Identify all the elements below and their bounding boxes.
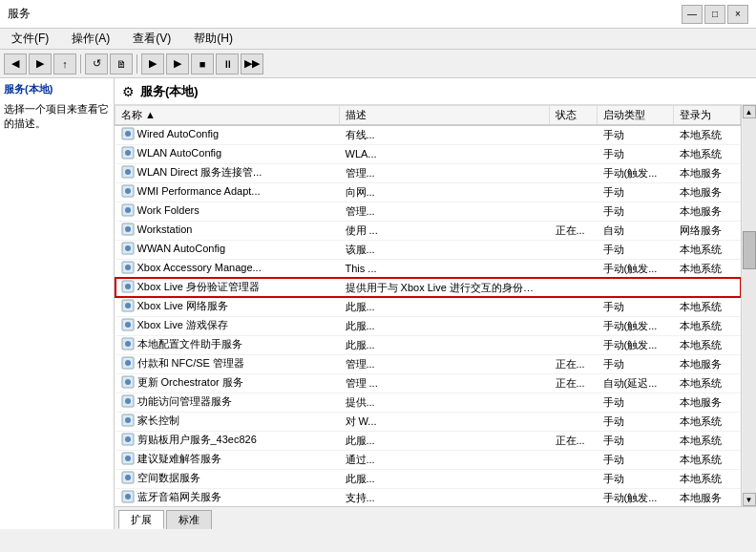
service-startup: 手动 <box>598 431 674 450</box>
tab-standard[interactable]: 标准 <box>166 510 212 529</box>
service-logon: 本地服务 <box>674 202 741 221</box>
table-row[interactable]: 本地配置文件助手服务 此服...手动(触发...本地系统 <box>116 335 741 354</box>
service-name: 空间数据服务 <box>137 471 200 485</box>
table-row[interactable]: WWAN AutoConfig 该服...手动本地系统 <box>116 240 741 259</box>
service-status <box>550 412 598 431</box>
table-row[interactable]: WLAN AutoConfig WLA...手动本地系统 <box>116 144 741 163</box>
scroll-thumb[interactable] <box>743 231 756 269</box>
service-logon: 本地系统 <box>674 412 741 431</box>
service-startup: 手动 <box>598 182 674 202</box>
col-header-status[interactable]: 状态 <box>550 106 598 126</box>
service-logon: 本地系统 <box>674 125 741 144</box>
service-desc: 此服... <box>340 469 550 488</box>
service-status: 正在... <box>550 221 598 240</box>
table-row[interactable]: 家长控制 对 W...手动本地系统 <box>116 412 741 431</box>
toolbar-pause[interactable]: ⏸ <box>216 53 239 74</box>
table-row[interactable]: Xbox Live 身份验证管理器 提供用于与 Xbox Live 进行交互的身… <box>116 278 741 297</box>
minimize-button[interactable]: — <box>682 5 703 24</box>
service-startup: 手动 <box>598 202 674 221</box>
service-logon: 本地服务 <box>674 163 741 182</box>
table-row[interactable]: 剪贴板用户服务_43ec826 此服...正在...手动本地系统 <box>116 431 741 450</box>
service-icon <box>121 203 135 217</box>
service-status: 正在... <box>550 431 598 450</box>
service-logon: 本地服务 <box>674 182 741 202</box>
table-row[interactable]: 更新 Orchestrator 服务 管理 ...正在...自动(延迟...本地… <box>116 373 741 393</box>
service-logon: 本地服务 <box>674 488 741 506</box>
service-startup: 手动 <box>598 297 674 316</box>
scroll-up-arrow[interactable]: ▲ <box>743 105 756 118</box>
service-desc: 提供用于与 Xbox Live 进行交互的身份验证和接... <box>340 278 550 297</box>
service-status <box>550 240 598 259</box>
menu-action[interactable]: 操作(A) <box>68 30 114 48</box>
menu-help[interactable]: 帮助(H) <box>190 30 237 48</box>
scrollbar[interactable]: ▲ ▼ <box>741 105 756 506</box>
table-row[interactable]: 蓝牙音箱网关服务 支持...手动(触发...本地服务 <box>116 488 741 506</box>
sidebar-title: 服务(本地) <box>4 82 110 96</box>
service-icon <box>121 414 135 427</box>
service-startup: 手动(触发... <box>598 163 674 182</box>
toolbar: ◀ ▶ ↑ ↺ 🗎 ▶ ▶ ■ ⏸ ▶▶ <box>0 50 756 78</box>
service-icon <box>121 394 135 408</box>
service-logon: 本地系统 <box>674 335 741 354</box>
table-row[interactable]: Xbox Live 游戏保存 此服...手动(触发...本地系统 <box>116 316 741 335</box>
content-header-title: 服务(本地) <box>140 83 199 100</box>
scroll-track[interactable] <box>743 118 756 493</box>
col-header-desc[interactable]: 描述 <box>340 106 550 126</box>
svg-point-3 <box>125 150 131 156</box>
service-startup: 手动(触发... <box>598 316 674 335</box>
service-status <box>550 297 598 316</box>
service-icon <box>121 471 135 484</box>
service-status <box>550 182 598 202</box>
toolbar-play[interactable]: ▶ <box>141 53 164 74</box>
service-name: Xbox Live 游戏保存 <box>137 318 228 332</box>
svg-point-21 <box>125 322 131 328</box>
table-row[interactable]: WLAN Direct 服务连接管... 管理...手动(触发...本地服务 <box>116 163 741 182</box>
table-row[interactable]: Xbox Live 网络服务 此服...手动本地系统 <box>116 297 741 316</box>
title-bar-controls: — □ × <box>682 5 748 24</box>
tab-extended[interactable]: 扩展 <box>118 510 164 529</box>
toolbar-up[interactable]: ↑ <box>53 53 76 74</box>
table-row[interactable]: WMI Performance Adapt... 向网...手动本地服务 <box>116 182 741 202</box>
service-name: WLAN Direct 服务连接管... <box>137 165 262 180</box>
menu-view[interactable]: 查看(V) <box>129 30 175 48</box>
service-name: 本地配置文件助手服务 <box>137 337 242 351</box>
service-status <box>550 316 598 335</box>
svg-point-31 <box>125 417 131 423</box>
svg-point-17 <box>125 284 131 289</box>
toolbar-export[interactable]: 🗎 <box>110 53 133 74</box>
table-row[interactable]: 建议疑难解答服务 通过...手动本地系统 <box>116 450 741 469</box>
col-header-name[interactable]: 名称 ▲ <box>116 106 340 126</box>
toolbar-back[interactable]: ◀ <box>4 53 27 74</box>
service-status <box>550 202 598 221</box>
col-header-logon[interactable]: 登录为 <box>674 106 741 126</box>
service-desc: 此服... <box>340 297 550 316</box>
toolbar-stop[interactable]: ■ <box>191 53 214 74</box>
service-icon <box>121 299 135 312</box>
maximize-button[interactable]: □ <box>704 5 725 24</box>
scroll-down-arrow[interactable]: ▼ <box>743 493 756 506</box>
menu-file[interactable]: 文件(F) <box>8 30 52 48</box>
toolbar-play2[interactable]: ▶ <box>166 53 189 74</box>
table-row[interactable]: Work Folders 管理...手动本地服务 <box>116 202 741 221</box>
service-desc: 此服... <box>340 335 550 354</box>
table-row[interactable]: Workstation 使用 ...正在...自动网络服务 <box>116 221 741 240</box>
scroll-container[interactable]: 名称 ▲ 描述 状态 启动类型 <box>115 105 741 506</box>
close-button[interactable]: × <box>727 5 748 24</box>
table-row[interactable]: Wired AutoConfig 有线...手动本地系统 <box>116 125 741 144</box>
service-icon <box>121 184 135 198</box>
toolbar-refresh[interactable]: ↺ <box>85 53 108 74</box>
service-startup: 手动(触发... <box>598 335 674 354</box>
service-desc: 此服... <box>340 316 550 335</box>
service-desc: 支持... <box>340 488 550 506</box>
table-row[interactable]: 空间数据服务 此服...手动本地系统 <box>116 469 741 488</box>
toolbar-forward[interactable]: ▶ <box>29 53 52 74</box>
table-row[interactable]: 功能访问管理器服务 提供...手动本地服务 <box>116 393 741 412</box>
col-header-startup[interactable]: 启动类型 <box>598 106 674 126</box>
service-name: Xbox Live 网络服务 <box>137 299 228 313</box>
sidebar: 服务(本地) 选择一个项目来查看它的描述。 <box>0 78 115 529</box>
table-row[interactable]: Xbox Accessory Manage... This ...手动(触发..… <box>116 259 741 278</box>
toolbar-restart[interactable]: ▶▶ <box>241 53 263 74</box>
table-row[interactable]: 付款和 NFC/SE 管理器 管理...正在...手动本地服务 <box>116 354 741 373</box>
service-table: 名称 ▲ 描述 状态 启动类型 <box>115 105 741 506</box>
svg-point-11 <box>125 226 131 232</box>
